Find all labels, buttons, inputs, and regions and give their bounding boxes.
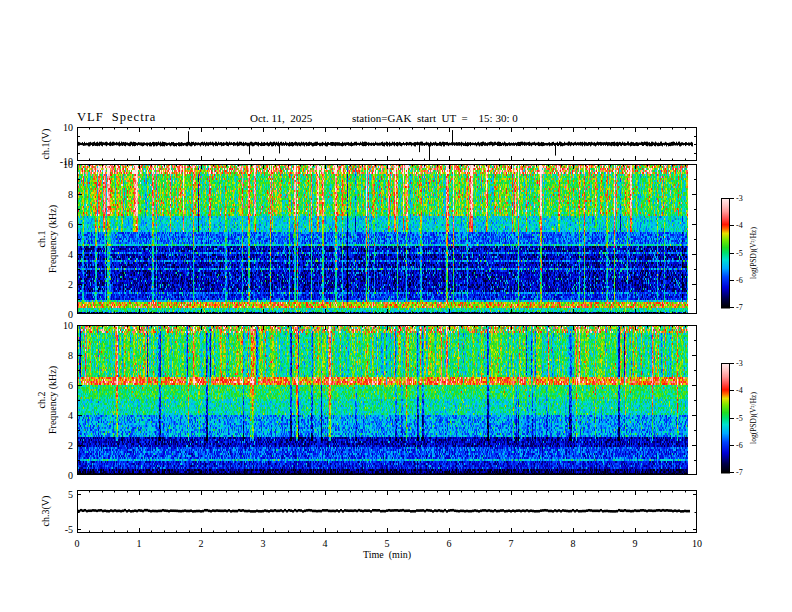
ch1-spectrogram-ytick: 0 — [68, 309, 73, 320]
ch2-spectrogram-panel — [77, 325, 697, 475]
x-tick-label: 2 — [199, 538, 204, 549]
ch3-level-canvas — [77, 490, 697, 533]
colorbar-tick-label: -4 — [736, 221, 743, 230]
ch2-spectrogram-ytick: 6 — [68, 380, 73, 391]
colorbar-tick-label: -7 — [736, 468, 743, 477]
x-tick-label: 6 — [447, 538, 452, 549]
ch2-spectrogram-ylabel-line2: Frequency (kHz) — [47, 366, 58, 434]
ch1-waveform-ylabel: ch.1(V) — [40, 129, 51, 160]
ch1-spectrogram-ylabel-line1: ch.1 — [36, 205, 47, 273]
ch3-ytick: -5 — [65, 524, 73, 535]
x-tick-label: 10 — [692, 538, 702, 549]
ch2-spectrogram-ytick: 4 — [68, 410, 73, 421]
ch3-level-ylabel: ch.3(V) — [40, 496, 51, 527]
ch1-spectrogram-ytick: 8 — [68, 189, 73, 200]
ch1-waveform-ytick: 10 — [63, 122, 73, 133]
colorbar-tick-label: -3 — [736, 359, 743, 368]
ch1-spectrogram-ytick: 4 — [68, 249, 73, 260]
ch2-spectrogram-ytick: 10 — [63, 320, 73, 331]
x-tick-label: 9 — [633, 538, 638, 549]
colorbar-ch2-canvas — [721, 363, 735, 474]
colorbar-ch1-canvas — [721, 198, 735, 309]
ch1-spectrogram-ylabel-line2: Frequency (kHz) — [47, 205, 58, 273]
colorbar-tick-label: -3 — [736, 194, 743, 203]
colorbar-ch2-label: log(PSD)(V²/Hz) — [748, 392, 759, 444]
colorbar-tick-label: -4 — [736, 386, 743, 395]
x-tick-label: 8 — [571, 538, 576, 549]
ch2-spectrogram-ytick: 2 — [68, 440, 73, 451]
x-tick-label: 3 — [261, 538, 266, 549]
ch1-waveform-canvas — [77, 127, 697, 161]
ch2-spectrogram-canvas — [77, 325, 697, 475]
colorbar-ch1 — [721, 198, 735, 309]
ch1-spectrogram-ytick: 6 — [68, 219, 73, 230]
colorbar-tick-label: -5 — [736, 413, 743, 422]
ch3-ytick: 5 — [68, 488, 73, 499]
x-tick-label: 7 — [509, 538, 514, 549]
x-tick-label: 5 — [385, 538, 390, 549]
plot-date: Oct. 11, 2025 — [250, 112, 312, 124]
ch2-spectrogram-ylabel: ch.2 Frequency (kHz) — [36, 366, 58, 434]
colorbar-ch2 — [721, 363, 735, 474]
colorbar-tick-label: -5 — [736, 248, 743, 257]
colorbar-ch1-label: log(PSD)(V²/Hz) — [748, 227, 759, 279]
x-axis-label: Time (min) — [363, 549, 411, 560]
x-tick-label: 0 — [75, 538, 80, 549]
ch1-waveform-panel — [77, 127, 697, 161]
ch1-spectrogram-ytick: 2 — [68, 279, 73, 290]
ch2-spectrogram-ytick: 8 — [68, 350, 73, 361]
colorbar-tick-label: -7 — [736, 303, 743, 312]
plot-station: station=GAK — [352, 112, 411, 124]
ch3-level-panel — [77, 490, 697, 533]
ch1-spectrogram-canvas — [77, 164, 697, 314]
ch1-spectrogram-panel — [77, 164, 697, 314]
plot-start-ut: start UT = 15: 30: 0 — [417, 112, 518, 124]
ch1-spectrogram-ylabel: ch.1 Frequency (kHz) — [36, 205, 58, 273]
colorbar-tick-label: -6 — [736, 275, 743, 284]
vlf-spectra-figure: VLF Spectra Oct. 11, 2025 station=GAK st… — [0, 0, 792, 612]
ch1-spectrogram-ytick: 10 — [63, 159, 73, 170]
colorbar-tick-label: -6 — [736, 440, 743, 449]
plot-title: VLF Spectra — [77, 110, 156, 125]
ch2-spectrogram-ylabel-line1: ch.2 — [36, 366, 47, 434]
x-tick-label: 4 — [323, 538, 328, 549]
x-tick-label: 1 — [137, 538, 142, 549]
ch2-spectrogram-ytick: 0 — [68, 470, 73, 481]
